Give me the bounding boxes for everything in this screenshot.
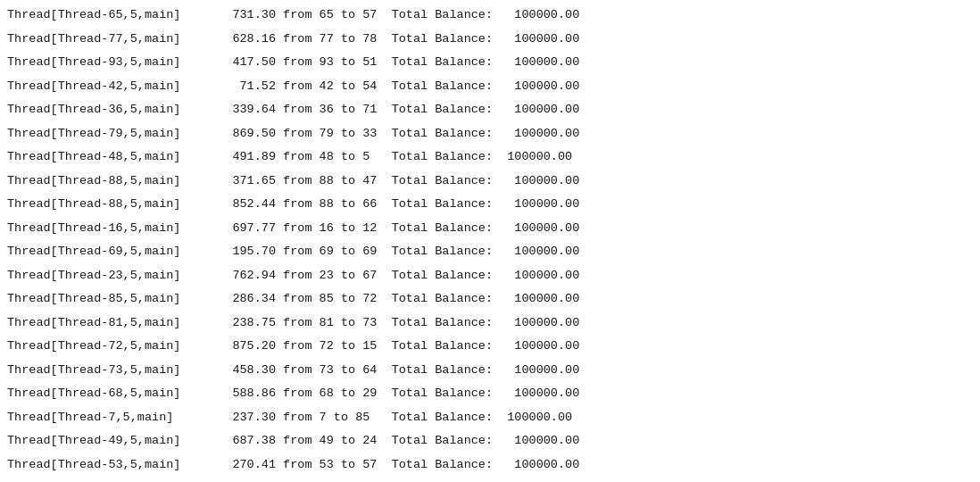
log-line: Thread[Thread-53,5,main] 270.41 from 53 …	[7, 453, 973, 478]
thread-label: Thread[Thread-88,5,main]	[7, 193, 203, 217]
log-message: 339.64 from 36 to 71 Total Balance: 1000…	[203, 98, 579, 122]
log-line: Thread[Thread-23,5,main] 762.94 from 23 …	[7, 264, 973, 288]
log-line: Thread[Thread-88,5,main] 852.44 from 88 …	[7, 193, 973, 217]
log-message: 286.34 from 85 to 72 Total Balance: 1000…	[203, 287, 579, 312]
thread-label: Thread[Thread-69,5,main]	[7, 240, 203, 264]
log-line: Thread[Thread-73,5,main] 458.30 from 73 …	[7, 359, 973, 383]
log-line: Thread[Thread-48,5,main] 491.89 from 48 …	[7, 145, 973, 170]
thread-label: Thread[Thread-77,5,main]	[7, 28, 203, 52]
log-message: 270.41 from 53 to 57 Total Balance: 1000…	[203, 453, 579, 478]
thread-label: Thread[Thread-93,5,main]	[7, 51, 203, 75]
thread-label: Thread[Thread-49,5,main]	[7, 429, 203, 453]
log-line: Thread[Thread-77,5,main] 628.16 from 77 …	[7, 28, 973, 52]
log-line: Thread[Thread-36,5,main] 339.64 from 36 …	[7, 98, 973, 122]
thread-label: Thread[Thread-65,5,main]	[7, 4, 203, 28]
log-message: 458.30 from 73 to 64 Total Balance: 1000…	[203, 359, 579, 383]
log-message: 588.86 from 68 to 29 Total Balance: 1000…	[203, 382, 579, 406]
log-line: Thread[Thread-7,5,main] 237.30 from 7 to…	[7, 406, 973, 430]
thread-label: Thread[Thread-53,5,main]	[7, 453, 203, 478]
thread-label: Thread[Thread-48,5,main]	[7, 145, 203, 170]
thread-label: Thread[Thread-68,5,main]	[7, 382, 203, 406]
log-line: Thread[Thread-79,5,main] 869.50 from 79 …	[7, 122, 973, 146]
thread-label: Thread[Thread-36,5,main]	[7, 98, 203, 122]
log-message: 731.30 from 65 to 57 Total Balance: 1000…	[203, 4, 579, 28]
log-line: Thread[Thread-93,5,main] 417.50 from 93 …	[7, 51, 973, 75]
log-message: 237.30 from 7 to 85 Total Balance: 10000…	[203, 406, 572, 430]
thread-label: Thread[Thread-42,5,main]	[7, 75, 203, 99]
log-message: 417.50 from 93 to 51 Total Balance: 1000…	[203, 51, 579, 75]
log-line: Thread[Thread-69,5,main] 195.70 from 69 …	[7, 240, 973, 264]
log-message: 195.70 from 69 to 69 Total Balance: 1000…	[203, 240, 579, 264]
log-line: Thread[Thread-68,5,main] 588.86 from 68 …	[7, 382, 973, 406]
log-message: 875.20 from 72 to 15 Total Balance: 1000…	[203, 335, 579, 359]
log-message: 71.52 from 42 to 54 Total Balance: 10000…	[203, 75, 579, 99]
log-message: 869.50 from 79 to 33 Total Balance: 1000…	[203, 122, 579, 146]
log-line: Thread[Thread-49,5,main] 687.38 from 49 …	[7, 429, 973, 453]
log-message: 762.94 from 23 to 67 Total Balance: 1000…	[203, 264, 579, 288]
log-message: 371.65 from 88 to 47 Total Balance: 1000…	[203, 170, 579, 194]
thread-label: Thread[Thread-16,5,main]	[7, 217, 203, 241]
log-message: 687.38 from 49 to 24 Total Balance: 1000…	[203, 429, 579, 453]
log-message: 628.16 from 77 to 78 Total Balance: 1000…	[203, 28, 579, 52]
thread-label: Thread[Thread-79,5,main]	[7, 122, 203, 146]
thread-label: Thread[Thread-85,5,main]	[7, 287, 203, 312]
log-message: 697.77 from 16 to 12 Total Balance: 1000…	[203, 217, 579, 241]
log-line: Thread[Thread-81,5,main] 238.75 from 81 …	[7, 312, 973, 336]
log-line: Thread[Thread-65,5,main] 731.30 from 65 …	[7, 4, 973, 28]
thread-label: Thread[Thread-23,5,main]	[7, 264, 203, 288]
thread-label: Thread[Thread-88,5,main]	[7, 170, 203, 194]
log-line: Thread[Thread-85,5,main] 286.34 from 85 …	[7, 287, 973, 312]
log-message: 852.44 from 88 to 66 Total Balance: 1000…	[203, 193, 579, 217]
log-message: 238.75 from 81 to 73 Total Balance: 1000…	[203, 312, 579, 336]
thread-label: Thread[Thread-72,5,main]	[7, 335, 203, 359]
thread-label: Thread[Thread-73,5,main]	[7, 359, 203, 383]
thread-label: Thread[Thread-81,5,main]	[7, 312, 203, 336]
log-line: Thread[Thread-16,5,main] 697.77 from 16 …	[7, 217, 973, 241]
log-message: 491.89 from 48 to 5 Total Balance: 10000…	[203, 145, 572, 170]
log-line: Thread[Thread-72,5,main] 875.20 from 72 …	[7, 335, 973, 359]
log-container: Thread[Thread-65,5,main] 731.30 from 65 …	[7, 4, 973, 477]
log-line: Thread[Thread-88,5,main] 371.65 from 88 …	[7, 170, 973, 194]
log-line: Thread[Thread-42,5,main] 71.52 from 42 t…	[7, 75, 973, 99]
thread-label: Thread[Thread-7,5,main]	[7, 406, 203, 430]
